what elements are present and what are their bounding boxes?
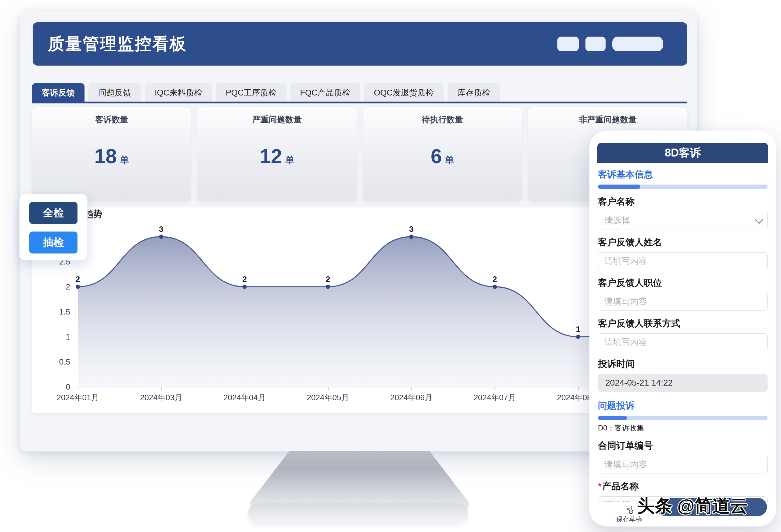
data-point[interactable] <box>493 285 497 289</box>
tab-6[interactable]: 库存质检 <box>448 83 500 102</box>
data-point-label: 3 <box>159 224 163 234</box>
data-point-label: 3 <box>409 224 413 234</box>
data-point[interactable] <box>159 235 163 239</box>
field-label: 客户名称 <box>598 196 768 208</box>
text-input[interactable] <box>598 252 768 270</box>
section-progress-fill <box>598 185 640 189</box>
stat-cards-row: 客诉数量18单严重问题数量12单待执行数量6单非严重问题数量 <box>32 108 687 201</box>
tab-bar: 客诉反馈问题反馈IQC来料质检PQC工序质检FQC产品质检OQC发退货质检库存质… <box>32 83 500 102</box>
tab-5[interactable]: OQC发退货质检 <box>364 83 444 102</box>
y-axis-tick-label: 0.5 <box>38 357 70 367</box>
page: 质量管理监控看板 客诉反馈问题反馈IQC来料质检PQC工序质检FQC产品质检OQ… <box>0 0 781 532</box>
tab-1[interactable]: 问题反馈 <box>88 83 141 102</box>
phone-section-title: 问题投诉 <box>598 400 768 412</box>
phone-step-note: D0：客诉收集 <box>598 423 768 433</box>
select-field[interactable]: 请选择 <box>598 212 768 230</box>
text-input[interactable] <box>598 456 768 474</box>
field-label: 客户反馈人职位 <box>598 277 768 289</box>
data-point-label: 2 <box>492 275 497 284</box>
section-progress-bar <box>598 416 768 420</box>
page-title: 质量管理监控看板 <box>48 33 187 55</box>
tab-3[interactable]: PQC工序质检 <box>216 83 286 102</box>
x-axis-tick-mark <box>578 387 579 391</box>
data-point-label: 1 <box>576 325 580 334</box>
stat-number: 12 <box>260 145 282 167</box>
x-axis-tick-mark <box>245 387 245 391</box>
stat-number: 18 <box>94 145 117 167</box>
tab-4[interactable]: FQC产品质检 <box>290 83 360 102</box>
x-axis-tick-label: 2024年07月 <box>458 392 531 403</box>
field-label-text: 产品名称 <box>602 481 639 491</box>
stat-unit: 单 <box>120 155 129 165</box>
select-placeholder: 请选择 <box>604 215 630 227</box>
save-draft-icon <box>624 505 634 514</box>
full-inspection-button[interactable]: 全检 <box>29 202 78 224</box>
inspection-filter-popup: 全检 抽检 <box>19 194 88 260</box>
tab-underline <box>32 101 687 104</box>
field-label: *产品名称 <box>598 480 768 493</box>
x-axis-tick-label: 2024年03月 <box>124 392 198 403</box>
y-axis-tick-label: 2 <box>38 282 70 292</box>
x-axis-tick-mark <box>78 387 78 391</box>
stat-card-2: 待执行数量6单 <box>363 108 522 201</box>
field-label-text: 合同订单编号 <box>598 441 653 451</box>
tab-0[interactable]: 客诉反馈 <box>32 83 84 102</box>
watermark-text: 头条 @简道云 <box>637 494 748 518</box>
text-input[interactable] <box>598 293 768 311</box>
phone-screen: 8D客诉 客诉基本信息客户名称请选择客户反馈人姓名客户反馈人职位客户反馈人联系方… <box>597 143 768 527</box>
window-buttons <box>558 37 663 51</box>
data-point-label: 2 <box>76 275 80 284</box>
x-axis-tick-mark <box>495 387 495 391</box>
stat-card-1: 严重问题数量12单 <box>197 108 357 201</box>
stat-unit: 单 <box>445 155 454 165</box>
required-marker: * <box>598 481 602 491</box>
stat-card-label: 客诉数量 <box>32 114 191 125</box>
monitor-stand-neck <box>250 451 468 507</box>
y-axis-tick-label: 1.5 <box>38 307 70 317</box>
data-point[interactable] <box>243 285 247 289</box>
x-axis-tick-label: 2024年04月 <box>208 392 281 403</box>
stat-card-label: 待执行数量 <box>363 114 522 125</box>
stat-card-value: 18单 <box>32 145 191 168</box>
phone-section-title: 客诉基本信息 <box>598 168 768 181</box>
stat-card-label: 非严重问题数量 <box>528 114 687 125</box>
dashboard-header: 质量管理监控看板 <box>33 22 687 66</box>
y-axis-tick-label: 1 <box>38 332 70 342</box>
phone-mockup: 8D客诉 客诉基本信息客户名称请选择客户反馈人姓名客户反馈人职位客户反馈人联系方… <box>589 130 776 527</box>
phone-form-body: 客诉基本信息客户名称请选择客户反馈人姓名客户反馈人职位客户反馈人联系方式投诉时间… <box>597 163 768 527</box>
data-point-label: 2 <box>242 275 247 284</box>
y-axis-tick-label: 0 <box>38 382 70 392</box>
data-point[interactable] <box>76 285 80 289</box>
section-progress-fill <box>598 416 627 420</box>
phone-form-title: 8D客诉 <box>597 143 768 163</box>
trend-chart-card: 趋势 00.511.522.532024年01月2024年03月2024年04月… <box>32 207 687 413</box>
data-point[interactable] <box>576 335 580 339</box>
stat-card-value: 12单 <box>197 145 357 168</box>
watermark: 头条 @简道云 <box>637 493 771 517</box>
x-axis-tick-label: 2024年05月 <box>291 392 365 403</box>
window-button[interactable] <box>585 37 606 51</box>
x-axis-tick-mark <box>328 387 329 391</box>
field-label: 投诉时间 <box>598 358 768 370</box>
section-progress-bar <box>598 185 768 189</box>
field-label-text: 客户反馈人联系方式 <box>598 318 680 328</box>
field-label-text: 客户反馈人职位 <box>598 278 662 288</box>
sampling-inspection-button[interactable]: 抽检 <box>29 232 78 253</box>
stat-card-0: 客诉数量18单 <box>32 108 191 201</box>
readonly-datetime-field[interactable]: 2024-05-21 14:22 <box>598 374 768 392</box>
x-axis-tick-label: 2024年06月 <box>375 392 448 403</box>
tab-2[interactable]: IQC来料质检 <box>145 83 212 102</box>
data-point[interactable] <box>326 285 330 289</box>
stat-card-value: 6单 <box>363 145 522 168</box>
field-label-text: 客户反馈人姓名 <box>598 237 662 247</box>
data-point[interactable] <box>409 235 413 239</box>
x-axis-tick-label: 2024年01月 <box>41 392 114 403</box>
x-axis-tick-mark <box>161 387 162 391</box>
text-input[interactable] <box>598 333 768 351</box>
window-button[interactable] <box>558 37 579 51</box>
field-label: 客户反馈人姓名 <box>598 236 768 249</box>
stat-unit: 单 <box>285 155 294 165</box>
x-axis-tick-mark <box>411 387 412 391</box>
window-button-wide[interactable] <box>612 37 663 51</box>
field-label-text: 投诉时间 <box>598 359 634 369</box>
